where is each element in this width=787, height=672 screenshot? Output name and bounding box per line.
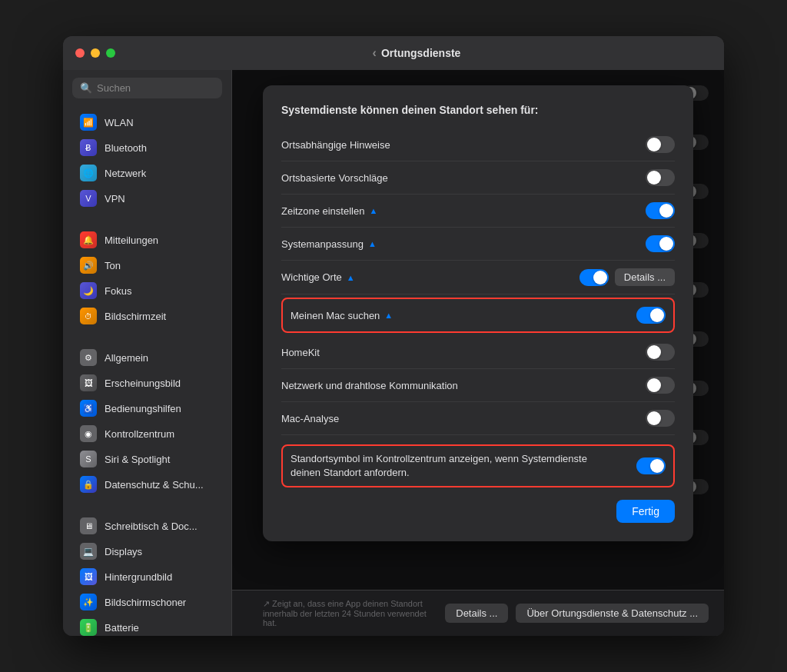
batterie-icon: 🔋 [80,619,97,636]
sidebar-item-bedienungshilfen[interactable]: ♿ Bedienungshilfen [68,396,227,421]
sidebar-item-mitteilungen[interactable]: 🔔 Mitteilungen [68,228,227,252]
sidebar-item-wlan[interactable]: 📶 WLAN [68,110,227,135]
schreibtisch-icon: 🖥 [80,517,97,534]
sidebar-item-datenschutz[interactable]: 🔒 Datenschutz & Schu... [68,472,227,497]
toggle-row-systemanpassung: Systemanpassung ▲ [281,228,675,261]
main-content: Systemdienste können deinen Standort seh… [232,70,724,636]
sidebar-item-siri[interactable]: S Siri & Spotlight [68,447,227,471]
toggle-wichtige[interactable] [579,269,609,286]
toggle-ortsbasierte[interactable] [646,169,675,186]
toggle-row-meinenmac: Meinen Mac suchen ▲ [291,305,666,325]
modal-dialog: Systemdienste können deinen Standort seh… [263,85,693,541]
toggle-label-macanalyse: Mac-Analyse [281,413,339,424]
sidebar: 🔍 📶 WLAN Ƀ Bluetooth 🌐 Netzwerk V [63,70,232,636]
sidebar-item-displays[interactable]: 💻 Displays [68,539,227,564]
sidebar-item-netzwerk[interactable]: 🌐 Netzwerk [68,161,227,185]
sidebar-label-bildschirmzeit: Bildschirmzeit [105,311,166,322]
sidebar-label-netzwerk: Netzwerk [105,168,146,179]
sidebar-item-batterie[interactable]: 🔋 Batterie [68,615,227,636]
close-button[interactable] [75,48,85,58]
toggle-homekit[interactable] [646,344,675,361]
toggle-macanalyse[interactable] [646,410,675,427]
sidebar-label-erscheinungsbild: Erscheinungsbild [105,378,181,389]
sidebar-label-schreibtisch: Schreibtisch & Doc... [105,521,198,532]
siri-icon: S [80,451,97,467]
bottom-bar: ↗ Zeigt an, dass eine App deinen Standor… [232,590,724,636]
sidebar-item-allgemein[interactable]: ⚙ Allgemein [68,345,227,370]
toggle-row-ortsabhaengige: Ortsabhängige Hinweise [281,128,675,161]
toggle-systemanpassung[interactable] [646,235,675,252]
toggle-netzwerk[interactable] [646,377,675,394]
sidebar-label-bluetooth: Bluetooth [105,142,147,154]
sidebar-label-datenschutz: Datenschutz & Schu... [105,479,204,491]
sidebar-label-bildschirmschoner: Bildschirmschoner [105,597,186,608]
sidebar-label-mitteilungen: Mitteilungen [105,235,158,246]
toggle-row-netzwerk: Netzwerk und drahtlose Kommunikation [281,369,675,402]
sidebar-item-bildschirmschoner[interactable]: ✨ Bildschirmschoner [68,590,227,614]
toggle-label-netzwerk: Netzwerk und drahtlose Kommunikation [281,380,458,391]
fertig-button[interactable]: Fertig [616,500,675,523]
bildschirmzeit-icon: ⏱ [80,308,97,324]
zeitzone-arrow-icon: ▲ [369,206,377,215]
modal-title: Systemdienste können deinen Standort seh… [281,104,675,116]
vpn-icon: V [80,190,97,207]
datenschutz-icon: 🔒 [80,476,97,493]
sidebar-label-hintergrund: Hintergrundbild [105,571,172,583]
kontrollzentrum-icon: ◉ [80,425,97,442]
sidebar-label-vpn: VPN [105,193,125,205]
sidebar-label-bedienungshilfen: Bedienungshilfen [105,403,181,414]
toggle-label-meinenmac: Meinen Mac suchen ▲ [291,310,393,321]
netzwerk-icon: 🌐 [80,165,97,181]
sidebar-label-kontrollzentrum: Kontrollzentrum [105,428,174,440]
toggle-label-systemanpassung: Systemanpassung ▲ [281,238,377,250]
sidebar-item-fokus[interactable]: 🌙 Fokus [68,278,227,303]
window-title: Ortungsdienste [381,47,460,59]
sidebar-item-ton[interactable]: 🔊 Ton [68,253,227,278]
bluetooth-icon: Ƀ [80,139,97,156]
modal-footer: Fertig [281,500,675,523]
search-input[interactable] [97,82,214,94]
toggle-label-ortsabhaengige: Ortsabhängige Hinweise [281,139,390,151]
toggle-standort[interactable] [636,457,666,474]
wlan-icon: 📶 [80,114,97,131]
meinen-mac-highlighted-row: Meinen Mac suchen ▲ [281,298,675,333]
toggle-meinenmac[interactable] [636,307,666,324]
sidebar-label-allgemein: Allgemein [105,352,148,364]
maximize-button[interactable] [106,48,115,58]
sidebar-item-bildschirmzeit[interactable]: ⏱ Bildschirmzeit [68,304,227,328]
main-window: ‹ Ortungsdienste 🔍 📶 WLAN Ƀ Bluetooth [63,36,724,636]
sidebar-group-notifications: 🔔 Mitteilungen 🔊 Ton 🌙 Fokus ⏱ Bildschir… [63,224,231,332]
sidebar-item-hintergrund[interactable]: 🖼 Hintergrundbild [68,564,227,589]
search-bar[interactable]: 🔍 [72,78,222,98]
search-icon: 🔍 [80,82,92,94]
content-area: 🔍 📶 WLAN Ƀ Bluetooth 🌐 Netzwerk V [63,70,724,636]
back-arrow-icon[interactable]: ‹ [373,46,377,60]
sidebar-item-erscheinungsbild[interactable]: 🖼 Erscheinungsbild [68,371,227,395]
fokus-icon: 🌙 [80,282,97,299]
sidebar-label-batterie: Batterie [105,622,139,634]
sidebar-item-vpn[interactable]: V VPN [68,186,227,211]
toggle-row-wichtige: Wichtige Orte ▲ Details ... [281,261,675,294]
uber-button[interactable]: Über Ortungsdienste & Datenschutz ... [516,604,709,623]
toggle-label-zeitzone: Zeitzone einstellen ▲ [281,205,377,217]
toggle-ortsabhaengige[interactable] [646,136,675,153]
sidebar-label-fokus: Fokus [105,285,131,297]
sidebar-item-schreibtisch[interactable]: 🖥 Schreibtisch & Doc... [68,514,227,538]
mitteilungen-icon: 🔔 [80,231,97,248]
sidebar-item-bluetooth[interactable]: Ƀ Bluetooth [68,135,227,160]
toggle-label-ortsbasierte: Ortsbasierte Vorschläge [281,172,388,184]
bottom-info-text: ↗ Zeigt an, dass eine App deinen Standor… [247,599,437,627]
wichtige-details-button[interactable]: Details ... [615,268,675,286]
ton-icon: 🔊 [80,257,97,274]
bildschirmschoner-icon: ✨ [80,594,97,610]
bottom-details-button[interactable]: Details ... [445,604,508,623]
displays-icon: 💻 [80,543,97,560]
standort-highlighted-row: Standortsymbol im Kontrollzentrum anzeig… [281,444,675,487]
meinenmac-arrow-icon: ▲ [384,311,393,320]
toggle-zeitzone[interactable] [646,202,675,219]
systemanpassung-arrow-icon: ▲ [368,239,377,248]
sidebar-label-siri: Siri & Spotlight [105,454,170,465]
toggle-label-wichtige: Wichtige Orte ▲ [281,271,355,283]
sidebar-item-kontrollzentrum[interactable]: ◉ Kontrollzentrum [68,421,227,446]
minimize-button[interactable] [91,48,100,58]
